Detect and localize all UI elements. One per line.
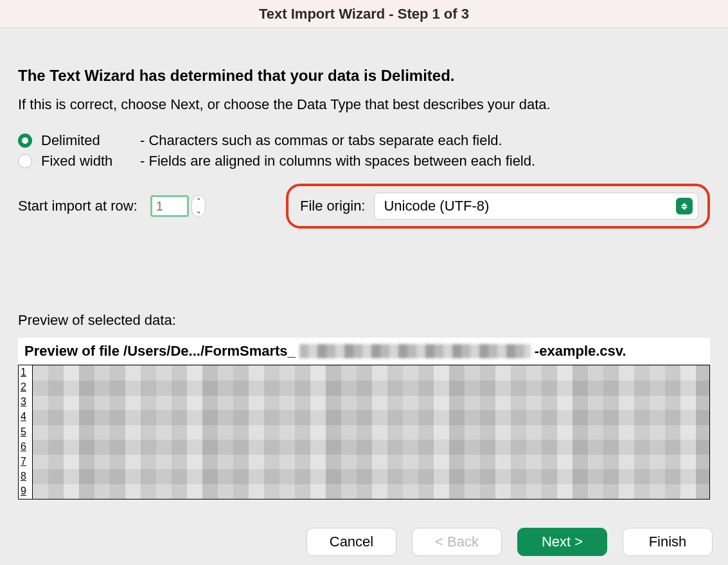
row-number: 8 (19, 469, 32, 484)
radio-delimited-desc: - Characters such as commas or tabs sepa… (140, 132, 502, 149)
finish-button[interactable]: Finish (623, 528, 713, 556)
file-origin-dropdown[interactable]: Unicode (UTF-8) (374, 193, 698, 220)
radio-delimited[interactable] (18, 134, 32, 148)
stepper-up-icon[interactable]: ⌃ (192, 196, 205, 206)
file-origin-highlight: File origin: Unicode (UTF-8) (286, 184, 710, 229)
start-row-input[interactable] (150, 195, 189, 217)
redacted-region (299, 344, 531, 358)
row-number: 4 (19, 410, 32, 424)
row-number: 2 (19, 380, 32, 395)
radio-fixed-width-desc: - Fields are aligned in columns with spa… (140, 153, 535, 170)
start-row-label: Start import at row: (18, 198, 138, 214)
footer-buttons: Cancel < Back Next > Finish (0, 528, 728, 556)
row-number: 9 (19, 484, 32, 499)
radio-fixed-width-label: Fixed width (41, 153, 131, 170)
radio-fixed-width[interactable] (18, 154, 32, 168)
row-number: 5 (19, 424, 32, 439)
preview-grid[interactable]: 1 2 3 4 5 6 7 8 9 (18, 365, 710, 500)
back-button: < Back (412, 528, 502, 556)
radio-delimited-label: Delimited (41, 132, 131, 149)
wizard-heading: The Text Wizard has determined that your… (18, 67, 710, 85)
window-title: Text Import Wizard - Step 1 of 3 (0, 0, 728, 28)
preview-file-path: Preview of file /Users/De.../FormSmarts_… (18, 338, 710, 365)
next-button[interactable]: Next > (517, 528, 607, 556)
preview-label: Preview of selected data: (18, 312, 710, 329)
row-number: 7 (19, 455, 32, 469)
preview-data-redacted (33, 365, 709, 499)
row-number: 1 (19, 365, 32, 380)
stepper-down-icon[interactable]: ⌄ (192, 206, 205, 216)
file-origin-value: Unicode (UTF-8) (384, 198, 489, 214)
row-number: 3 (19, 395, 32, 410)
preview-file-suffix: -example.csv. (535, 343, 626, 360)
row-number: 6 (19, 440, 32, 455)
dropdown-chevron-icon (676, 198, 693, 214)
file-origin-label: File origin: (300, 198, 365, 214)
preview-row-numbers: 1 2 3 4 5 6 7 8 9 (19, 365, 33, 499)
cancel-button[interactable]: Cancel (306, 528, 396, 556)
start-row-stepper[interactable]: ⌃ ⌄ (191, 195, 206, 217)
wizard-subtext: If this is correct, choose Next, or choo… (18, 96, 710, 113)
preview-file-prefix: Preview of file /Users/De.../FormSmarts_ (24, 343, 296, 360)
